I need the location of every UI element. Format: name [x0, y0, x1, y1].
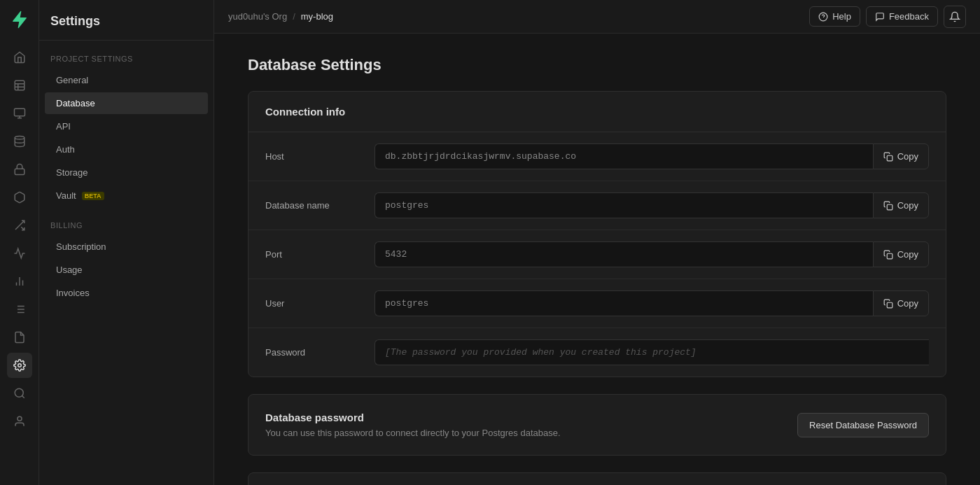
user-copy-label: Copy — [897, 298, 918, 309]
password-value-wrapper: [The password you provided when you crea… — [374, 339, 929, 365]
nav-icon-account[interactable] — [7, 409, 32, 434]
sidebar-item-api[interactable]: API — [45, 115, 208, 137]
svg-point-23 — [18, 416, 22, 421]
nav-icon-database[interactable] — [7, 129, 32, 154]
host-value-wrapper: db.zbbtjrjdrdcikasjwrmv.supabase.co Copy — [374, 143, 929, 169]
svg-point-21 — [15, 388, 23, 397]
svg-rect-29 — [887, 302, 892, 308]
feedback-button[interactable]: Feedback — [866, 6, 938, 27]
port-value: 5432 — [374, 241, 873, 267]
host-copy-button[interactable]: Copy — [873, 143, 929, 169]
port-row: Port 5432 Copy — [248, 230, 946, 279]
svg-rect-28 — [887, 253, 892, 259]
user-value: postgres — [374, 290, 873, 316]
sidebar-item-storage[interactable]: Storage — [45, 162, 208, 183]
copy-icon — [883, 201, 893, 211]
user-value-wrapper: postgres Copy — [374, 290, 929, 316]
help-label: Help — [832, 11, 851, 22]
database-password-text: Database password You can use this passw… — [265, 412, 561, 438]
svg-rect-27 — [887, 204, 892, 210]
sidebar-item-usage[interactable]: Usage — [45, 259, 208, 281]
nav-icon-settings[interactable] — [7, 353, 32, 378]
svg-rect-8 — [15, 169, 24, 174]
topbar-actions: Help Feedback — [809, 6, 966, 28]
project-settings-label: Project Settings — [39, 41, 214, 69]
svg-point-7 — [15, 136, 24, 140]
svg-rect-26 — [887, 155, 892, 161]
billing-label: Billing — [39, 207, 214, 235]
page: Database Settings Connection info Host d… — [214, 34, 980, 485]
nav-sidebar-title: Settings — [39, 0, 214, 41]
help-icon — [818, 12, 828, 22]
nav-icon-search[interactable] — [7, 381, 32, 406]
copy-icon — [883, 152, 893, 162]
host-row: Host db.zbbtjrjdrdcikasjwrmv.supabase.co… — [248, 132, 946, 181]
database-password-content: Database password You can use this passw… — [248, 395, 946, 455]
port-label: Port — [265, 249, 363, 260]
password-row: Password [The password you provided when… — [248, 328, 946, 377]
nav-icon-home[interactable] — [7, 45, 32, 70]
user-row: User postgres Copy — [248, 279, 946, 328]
sidebar-item-general[interactable]: General — [45, 69, 208, 91]
nav-icon-logs[interactable] — [7, 297, 32, 322]
topbar: yud0uhu's Org / my-blog Help Feedback — [214, 0, 980, 34]
connection-string-card: Connection string — [248, 472, 946, 485]
user-copy-button[interactable]: Copy — [873, 290, 929, 316]
main-content: yud0uhu's Org / my-blog Help Feedback — [214, 0, 980, 485]
breadcrumb-org[interactable]: yud0uhu's Org — [228, 11, 287, 22]
breadcrumb-project[interactable]: my-blog — [301, 11, 333, 22]
svg-line-22 — [22, 395, 24, 398]
page-title: Database Settings — [248, 56, 946, 74]
help-button[interactable]: Help — [809, 6, 860, 27]
password-value: [The password you provided when you crea… — [374, 339, 929, 365]
nav-icon-table-editor[interactable] — [7, 73, 32, 98]
svg-point-20 — [18, 364, 21, 367]
bell-icon — [949, 11, 960, 22]
nav-icon-realtime[interactable] — [7, 241, 32, 266]
sidebar-item-vault[interactable]: Vault BETA — [45, 185, 208, 206]
sidebar-item-auth[interactable]: Auth — [45, 139, 208, 160]
notifications-button[interactable] — [944, 6, 966, 28]
nav-icon-storage[interactable] — [7, 185, 32, 210]
connection-info-header: Connection info — [248, 92, 946, 132]
nav-sidebar: Settings Project Settings General Databa… — [39, 0, 214, 485]
nav-icon-auth[interactable] — [7, 157, 32, 182]
nav-icon-api-docs[interactable] — [7, 325, 32, 350]
sidebar-item-subscription[interactable]: Subscription — [45, 236, 208, 258]
app-logo — [8, 8, 31, 31]
sidebar-item-vault-label: Vault — [56, 190, 76, 201]
nav-icon-functions[interactable] — [7, 213, 32, 238]
user-label: User — [265, 298, 363, 309]
svg-rect-0 — [15, 80, 24, 90]
host-label: Host — [265, 151, 363, 162]
database-name-copy-button[interactable]: Copy — [873, 192, 929, 218]
port-copy-label: Copy — [897, 249, 918, 260]
feedback-icon — [875, 12, 885, 22]
feedback-label: Feedback — [889, 11, 929, 22]
password-label: Password — [265, 347, 363, 358]
reset-database-password-button[interactable]: Reset Database Password — [797, 413, 929, 437]
copy-icon — [883, 250, 893, 260]
vault-beta-badge: BETA — [82, 192, 104, 200]
database-name-value-wrapper: postgres Copy — [374, 192, 929, 218]
nav-icon-reports[interactable] — [7, 269, 32, 294]
database-name-copy-label: Copy — [897, 200, 918, 211]
host-copy-label: Copy — [897, 151, 918, 162]
port-copy-button[interactable]: Copy — [873, 241, 929, 267]
svg-rect-4 — [14, 108, 24, 116]
database-name-label: Database name — [265, 200, 363, 211]
port-value-wrapper: 5432 Copy — [374, 241, 929, 267]
icon-sidebar — [0, 0, 39, 485]
database-name-value: postgres — [374, 192, 873, 218]
breadcrumb-separator: / — [293, 11, 295, 22]
database-password-description: You can use this password to connect dir… — [265, 428, 561, 438]
database-name-row: Database name postgres Copy — [248, 181, 946, 230]
sidebar-item-invoices[interactable]: Invoices — [45, 282, 208, 304]
database-password-title: Database password — [265, 412, 561, 423]
connection-string-header: Connection string — [248, 473, 946, 485]
host-value: db.zbbtjrjdrdcikasjwrmv.supabase.co — [374, 143, 873, 169]
sidebar-item-database[interactable]: Database — [45, 92, 208, 114]
nav-icon-sql-editor[interactable] — [7, 101, 32, 126]
connection-info-card: Connection info Host db.zbbtjrjdrdcikasj… — [248, 91, 946, 377]
breadcrumb: yud0uhu's Org / my-blog — [228, 11, 804, 22]
